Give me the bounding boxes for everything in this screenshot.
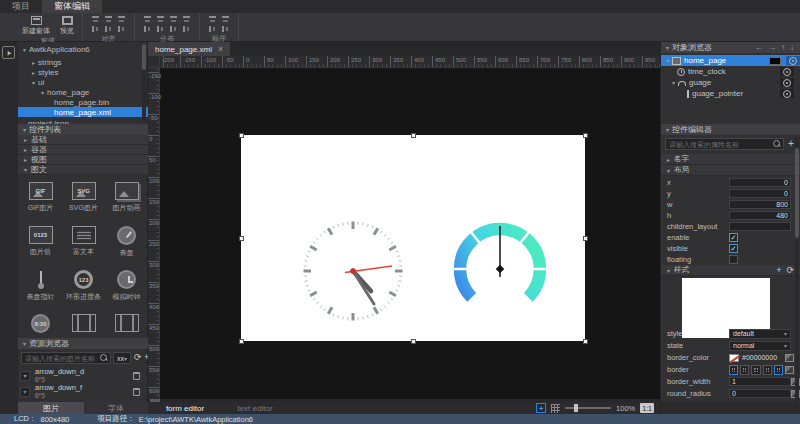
move-left-icon[interactable]: ← xyxy=(754,43,764,52)
handle-n[interactable] xyxy=(411,133,416,138)
prop-y-input[interactable] xyxy=(729,189,791,198)
resource-search-input[interactable] xyxy=(22,355,100,362)
zoom-slider[interactable] xyxy=(565,407,611,409)
expander-icon[interactable]: ▾ xyxy=(672,79,675,86)
widget-image-value[interactable]: 0123 图片值 xyxy=(19,226,62,257)
widget-gauge[interactable]: 表盘 xyxy=(105,226,148,258)
visibility-toggle[interactable] xyxy=(780,89,794,98)
visibility-toggle[interactable] xyxy=(786,56,800,65)
align-top-icon[interactable] xyxy=(91,15,100,23)
handle-nw[interactable] xyxy=(239,133,244,138)
widget-image-animation[interactable]: 图片动画 xyxy=(105,182,148,213)
close-icon[interactable]: × xyxy=(218,44,223,54)
tab-fonts[interactable]: 字体 xyxy=(84,402,148,414)
zoom-slider-thumb[interactable] xyxy=(574,404,578,412)
state-select[interactable]: normal ▾ xyxy=(729,341,791,351)
add-property-icon[interactable]: + xyxy=(788,139,794,149)
resource-item-arrow-down-f[interactable]: ▾ arrow_down_f 6*5 xyxy=(20,384,146,399)
visibility-toggle[interactable] xyxy=(780,78,794,87)
grid-toggle-icon[interactable] xyxy=(551,404,560,413)
border-color-swatch[interactable] xyxy=(729,354,739,362)
prop-w-input[interactable] xyxy=(729,200,791,209)
tree-item-styles[interactable]: ▸ styles xyxy=(18,67,144,77)
dist-bottom-icon[interactable] xyxy=(169,15,178,23)
dist-right-icon[interactable] xyxy=(169,25,178,33)
align-vcenter-icon[interactable] xyxy=(104,15,113,23)
tree-item-root[interactable]: ▾ AwtkApplication6 xyxy=(18,44,144,54)
section-name[interactable]: ▸ 名字 xyxy=(661,154,800,165)
guage-widget[interactable] xyxy=(452,221,548,317)
border-width-input[interactable] xyxy=(729,377,791,386)
prop-children-layout-input[interactable] xyxy=(729,222,791,231)
property-scrollbar[interactable] xyxy=(795,138,799,414)
widget-circle-progress[interactable]: 123 环形进度条 xyxy=(62,270,105,302)
expander-icon[interactable]: ▸ xyxy=(32,69,35,76)
dist-vcenter-icon[interactable] xyxy=(156,15,165,23)
bring-front-icon[interactable] xyxy=(208,15,217,23)
widget-svg-image[interactable]: SVG SVG图片 xyxy=(62,182,105,213)
handle-ne[interactable] xyxy=(583,133,588,138)
select-tool-button[interactable]: ➤ xyxy=(2,46,15,59)
object-item-home-page[interactable]: ▾ home_page xyxy=(661,55,800,66)
tree-item-home-page-bin[interactable]: home_page.bin xyxy=(18,97,144,107)
object-browser-header[interactable]: ▾ 对象浏览器 ← → ↑ ↓ xyxy=(661,42,800,53)
menu-tab-form-edit[interactable]: 窗体编辑 xyxy=(42,0,102,13)
resource-item-arrow-down-d[interactable]: ▾ arrow_down_d 6*5 xyxy=(20,368,146,383)
expander-icon[interactable]: ▸ xyxy=(32,59,35,66)
preview-button[interactable]: 预览 xyxy=(60,14,74,36)
object-item-guage-pointer[interactable]: guage_pointer xyxy=(661,88,794,99)
align-left-icon[interactable] xyxy=(91,25,100,33)
send-back-icon[interactable] xyxy=(221,15,230,23)
widget-gif-image[interactable]: GIF GIF图片 xyxy=(19,182,62,213)
widget-vertical-text[interactable] xyxy=(62,314,105,332)
widget-list-view[interactable] xyxy=(105,314,148,332)
tree-scrollbar-thumb[interactable] xyxy=(142,44,146,70)
new-form-button[interactable]: 新建窗体 xyxy=(22,14,50,36)
tab-images[interactable]: 图片 xyxy=(18,402,84,414)
tree-item-home-page[interactable]: ▾ home_page xyxy=(18,87,144,97)
prop-h-input[interactable] xyxy=(729,211,791,220)
tree-item-strings[interactable]: ▸ strings xyxy=(18,57,144,67)
design-viewport[interactable] xyxy=(160,68,660,399)
handle-se[interactable] xyxy=(583,339,588,344)
style-inherit-icon[interactable] xyxy=(785,366,794,374)
refresh-style-icon[interactable]: ⟳ xyxy=(786,266,794,275)
widget-rich-text[interactable]: 富文本 xyxy=(62,226,105,257)
expander-icon[interactable]: ▾ xyxy=(666,57,669,64)
send-backward-icon[interactable] xyxy=(221,25,230,33)
dist-vspace-icon[interactable] xyxy=(182,15,191,23)
resource-browser-header[interactable]: ▾ 资源浏览器 xyxy=(18,338,148,349)
delete-icon[interactable] xyxy=(133,372,140,380)
resource-filter-select[interactable]: xx ▾ xyxy=(113,352,131,364)
tree-item-ui[interactable]: ▾ ui xyxy=(18,77,144,87)
align-hcenter-icon[interactable] xyxy=(104,25,113,33)
dist-left-icon[interactable] xyxy=(143,25,152,33)
delete-icon[interactable] xyxy=(133,388,140,396)
align-bottom-icon[interactable] xyxy=(117,15,126,23)
move-up-icon[interactable]: ↑ xyxy=(780,43,786,52)
expander-icon[interactable]: ▾ xyxy=(41,89,44,96)
object-item-time-clock[interactable]: time_clock xyxy=(661,66,794,77)
add-style-icon[interactable]: + xyxy=(776,266,781,275)
floating-checkbox[interactable]: ✓ xyxy=(729,255,738,264)
prop-x-input[interactable] xyxy=(729,178,791,187)
style-inherit-icon[interactable] xyxy=(785,354,794,362)
move-right-icon[interactable]: → xyxy=(767,43,777,52)
border-top-button[interactable] xyxy=(740,365,749,375)
dist-hcenter-icon[interactable] xyxy=(156,25,165,33)
dist-top-icon[interactable] xyxy=(143,15,152,23)
bring-forward-icon[interactable] xyxy=(208,25,217,33)
section-layout[interactable]: ▾ 布局 xyxy=(661,165,800,176)
border-left-button[interactable] xyxy=(729,365,738,375)
visibility-toggle[interactable] xyxy=(780,67,794,76)
expander-icon[interactable]: ▾ xyxy=(23,46,26,53)
refresh-icon[interactable]: ⟳ xyxy=(134,353,142,362)
dist-hspace-icon[interactable] xyxy=(182,25,191,33)
tab-text-editor[interactable]: text editor xyxy=(222,402,288,414)
property-editor-header[interactable]: ▾ 控件编辑器 xyxy=(661,124,800,135)
border-bottom-button[interactable] xyxy=(763,365,772,375)
tree-scrollbar[interactable] xyxy=(142,44,146,122)
border-all-button[interactable] xyxy=(774,365,783,375)
panel-divider[interactable] xyxy=(660,42,661,414)
visible-checkbox[interactable]: ✓ xyxy=(729,244,738,253)
